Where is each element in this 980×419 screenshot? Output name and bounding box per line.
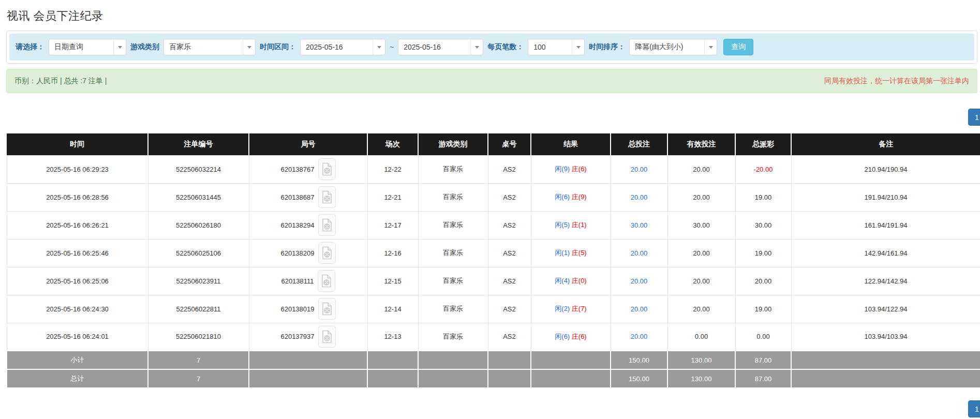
cell-session-5: 12-14 [367, 295, 418, 323]
video-icon [322, 302, 332, 316]
query-type-select[interactable]: 日期查询 [49, 39, 126, 55]
col-payout: 总派彩 [735, 133, 791, 155]
cell-session-2: 12-17 [367, 211, 418, 239]
cell-round-id-3: 620138209 [249, 239, 367, 267]
date-from-select[interactable]: 2025-05-16 [300, 39, 385, 55]
cell-total-bet-5: 20.00 [611, 295, 667, 323]
video-replay-button[interactable] [318, 214, 336, 236]
filter-bar: 请选择： 日期查询 游戏类别 百家乐 时间区间： 2025-05-16 ~ 20… [9, 34, 974, 61]
chevron-down-icon[interactable] [470, 39, 483, 55]
subtotal-row-empty [791, 351, 980, 369]
round-id-text: 620137937 [280, 333, 314, 340]
page-size-select[interactable]: 100 [528, 39, 585, 55]
cell-game-6: 百家乐 [418, 323, 488, 351]
total-row-empty [531, 369, 611, 388]
video-icon [322, 162, 332, 176]
page-1-button[interactable]: 1 [968, 109, 980, 126]
result-player: 闲(6) [555, 333, 570, 340]
round-id-text: 620138687 [280, 193, 314, 201]
video-replay-button[interactable] [318, 186, 336, 208]
cell-payout-6: 0.00 [735, 323, 791, 351]
page-size-value: 100 [528, 43, 572, 51]
video-replay-button[interactable] [318, 242, 336, 264]
cell-time-1: 2025-05-16 06:28:56 [7, 183, 148, 211]
chevron-down-icon[interactable] [243, 39, 255, 55]
round-id-wrap: 620138294 [280, 214, 335, 236]
chevron-down-icon[interactable] [113, 39, 126, 55]
result-player: 闲(2) [555, 305, 570, 312]
total-row-empty [488, 369, 531, 388]
result-banker: 庄(6) [572, 333, 587, 340]
game-type-label: 游戏类别 [130, 42, 159, 52]
cell-game-5: 百家乐 [418, 295, 488, 323]
subtotal-row-empty [531, 351, 611, 369]
cell-time-2: 2025-05-16 06:26:21 [7, 211, 148, 239]
round-id-text: 620138294 [280, 221, 314, 229]
result-player: 闲(6) [555, 193, 570, 201]
page-size-label: 每页笔数： [487, 42, 524, 52]
date-to-value: 2025-05-16 [398, 43, 470, 51]
cell-bet-id-3: 522506025106 [148, 239, 249, 267]
cell-table-no-3: AS2 [488, 239, 531, 267]
round-id-wrap: 620138209 [280, 242, 335, 264]
cell-payout-3: 19.00 [735, 239, 791, 267]
result-player: 闲(1) [555, 249, 570, 257]
sort-order-select[interactable]: 降冪(由大到小) [629, 39, 717, 55]
cell-payout-1: 19.00 [735, 183, 791, 211]
video-icon [321, 274, 332, 288]
chevron-down-icon[interactable] [373, 39, 385, 55]
total-row-empty [418, 369, 488, 388]
chevron-down-icon[interactable] [572, 39, 584, 55]
subtotal-row-empty [418, 351, 488, 369]
sort-order-label: 时间排序： [589, 42, 625, 52]
total-row-label: 总计 [7, 369, 148, 388]
total-row-payout: 87.00 [735, 369, 791, 388]
table-row: 2025-05-16 06:28:56522506031445620138687… [7, 183, 980, 211]
page-1-button[interactable]: 1 [968, 400, 980, 417]
cell-result-1: 闲(6) 庄(9) [531, 183, 611, 211]
currency-total-summary: 币别：人民币 | 总共 :7 注单 | [14, 77, 107, 86]
cell-session-3: 12-16 [367, 239, 418, 267]
cell-remark-4: 122.94/142.94 [791, 267, 980, 295]
cell-game-0: 百家乐 [418, 155, 488, 183]
cell-session-6: 12-13 [367, 323, 418, 351]
result-player: 闲(5) [555, 221, 570, 229]
cell-result-3: 闲(1) 庄(5) [531, 239, 611, 267]
cell-bet-id-4: 522506023911 [148, 267, 249, 295]
round-id-text: 620138209 [280, 249, 314, 257]
pagination-bottom: 1 [0, 400, 980, 417]
chevron-down-icon[interactable] [704, 39, 717, 55]
cell-round-id-4: 620138111 [249, 267, 367, 295]
valid-bet-note: 同局有效投注，统一计算在该局第一张注单内 [824, 77, 969, 86]
cell-table-no-1: AS2 [488, 183, 531, 211]
subtotal-row-empty [249, 351, 367, 369]
cell-time-6: 2025-05-16 06:24:01 [7, 323, 148, 351]
page-title: 视讯 会员下注纪录 [7, 8, 980, 24]
round-id-text: 620138767 [280, 166, 314, 173]
cell-round-id-0: 620138767 [249, 155, 367, 183]
cell-valid-bet-2: 30.00 [667, 211, 735, 239]
cell-result-6: 闲(6) 庄(6) [531, 323, 611, 351]
col-round-id: 局号 [249, 133, 367, 155]
video-replay-button[interactable] [318, 298, 336, 320]
cell-total-bet-3: 20.00 [611, 239, 667, 267]
cell-game-3: 百家乐 [418, 239, 488, 267]
video-replay-button[interactable] [318, 158, 336, 180]
video-replay-button[interactable] [318, 270, 335, 292]
result-player: 闲(4) [555, 277, 570, 285]
date-to-select[interactable]: 2025-05-16 [398, 39, 483, 55]
video-replay-button[interactable] [318, 326, 336, 348]
total-row-total-bet: 150.00 [611, 369, 667, 388]
col-table-no: 桌号 [488, 133, 531, 155]
result-banker: 庄(7) [572, 305, 587, 312]
cell-game-2: 百家乐 [418, 211, 488, 239]
cell-table-no-6: AS2 [488, 323, 531, 351]
cell-session-0: 12-22 [367, 155, 418, 183]
cell-table-no-5: AS2 [488, 295, 531, 323]
cell-valid-bet-1: 20.00 [667, 183, 735, 211]
game-type-select[interactable]: 百家乐 [164, 39, 256, 55]
search-button[interactable]: 查询 [723, 39, 753, 55]
round-id-wrap: 620138687 [280, 186, 335, 208]
sort-order-value: 降冪(由大到小) [630, 42, 704, 52]
col-time: 时间 [7, 133, 148, 155]
